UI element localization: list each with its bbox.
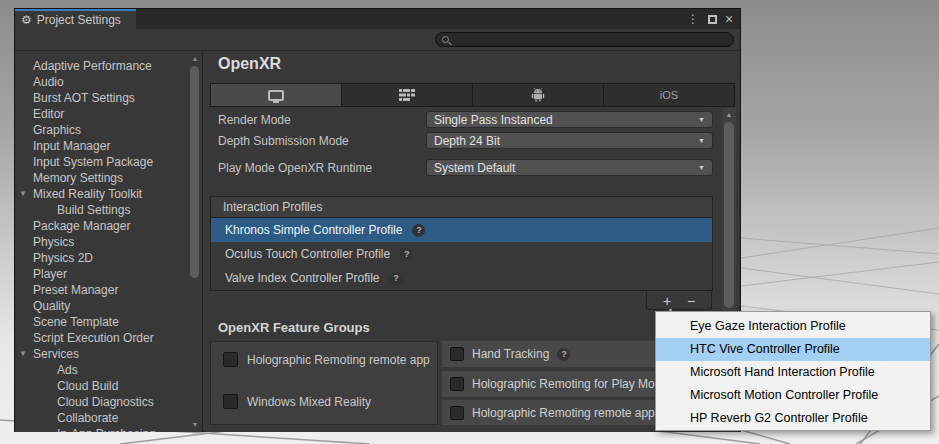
sidebar-item-quality[interactable]: Quality — [15, 298, 188, 314]
menu-item-eye-gaze[interactable]: Eye Gaze Interaction Profile — [656, 315, 930, 338]
help-icon[interactable]: ? — [557, 348, 570, 361]
tab-uwp[interactable] — [342, 84, 473, 106]
menu-item-microsoft-hand[interactable]: Microsoft Hand Interaction Profile — [656, 361, 930, 384]
interaction-profiles-list: Interaction Profiles Khronos Simple Cont… — [210, 196, 713, 291]
page-title: OpenXR — [218, 55, 281, 73]
scroll-up-icon[interactable]: ▲ — [722, 109, 736, 121]
profile-row-oculus-touch[interactable]: Oculus Touch Controller Profile ? — [211, 242, 712, 266]
sidebar-item-cloud-diagnostics[interactable]: Cloud Diagnostics — [15, 394, 188, 410]
sidebar-item-collaborate[interactable]: Collaborate — [15, 410, 188, 426]
holographic-remoting-remote-app-2-checkbox[interactable] — [450, 406, 464, 420]
sidebar-item-script-execution-order[interactable]: Script Execution Order — [15, 330, 188, 346]
maximize-button[interactable] — [704, 9, 720, 29]
kebab-menu-icon: ⋮ — [687, 12, 699, 26]
main-scrollbar-thumb[interactable] — [724, 122, 734, 308]
sidebar-item-build-settings[interactable]: Build Settings — [15, 202, 188, 218]
sidebar-item-audio[interactable]: Audio — [15, 74, 188, 90]
project-settings-window: ⚙ Project Settings ⋮ × Adaptive Performa… — [14, 8, 741, 432]
windows-mixed-reality-checkbox[interactable] — [223, 394, 238, 409]
help-icon[interactable]: ? — [400, 248, 413, 261]
platform-tab-bar: iOS — [210, 83, 735, 107]
window-title: Project Settings — [37, 13, 121, 27]
render-mode-dropdown[interactable]: Single Pass Instanced ▼ — [426, 111, 713, 128]
feature-label: Hand Tracking — [472, 347, 549, 361]
menu-item-hp-reverb-g2[interactable]: HP Reverb G2 Controller Profile — [656, 407, 930, 430]
panel-divider — [202, 51, 203, 432]
profile-row-khronos-simple[interactable]: Khronos Simple Controller Profile ? — [211, 218, 712, 242]
profile-label: Khronos Simple Controller Profile — [225, 223, 402, 237]
search-input[interactable] — [453, 34, 723, 46]
sidebar-item-graphics[interactable]: Graphics — [15, 122, 188, 138]
uwp-tiles-icon — [399, 89, 415, 101]
play-mode-runtime-dropdown[interactable]: System Default ▼ — [426, 159, 713, 176]
tab-standalone[interactable] — [211, 84, 342, 106]
search-box[interactable] — [435, 32, 734, 47]
sidebar-scrollbar-thumb[interactable] — [190, 66, 199, 278]
sidebar-item-services[interactable]: ▼ Services — [15, 346, 188, 362]
foldout-icon[interactable]: ▼ — [19, 186, 27, 202]
hand-tracking-checkbox[interactable] — [450, 347, 464, 361]
help-icon[interactable]: ? — [412, 224, 425, 237]
chevron-down-icon: ▼ — [698, 137, 705, 144]
sidebar-item-cloud-build[interactable]: Cloud Build — [15, 378, 188, 394]
sidebar-item-preset-manager[interactable]: Preset Manager — [15, 282, 188, 298]
sidebar-item-player[interactable]: Player — [15, 266, 188, 282]
holographic-remoting-remote-app-checkbox[interactable] — [223, 352, 238, 367]
feature-windows-mixed-reality: Windows Mixed Reality — [211, 394, 437, 409]
close-icon: × — [725, 11, 733, 27]
close-button[interactable]: × — [721, 9, 737, 29]
sidebar-item-scene-template[interactable]: Scene Template — [15, 314, 188, 330]
feature-label: Holographic Remoting remote app — [472, 406, 655, 420]
feature-label: Holographic Remoting for Play Mo — [472, 377, 655, 391]
toolbar — [15, 29, 740, 51]
tab-ios-label: iOS — [660, 89, 678, 101]
sidebar-item-ads[interactable]: Ads — [15, 362, 188, 378]
sidebar-item-in-app-purchasing[interactable]: In-App Purchasing — [15, 426, 188, 432]
tab-android[interactable] — [473, 84, 604, 106]
remove-profile-button[interactable]: − — [687, 294, 695, 308]
sidebar-item-physics[interactable]: Physics — [15, 234, 188, 250]
sidebar-scrollbar[interactable]: ▲ ▼ — [188, 52, 202, 432]
scroll-up-icon[interactable]: ▲ — [188, 53, 202, 65]
feature-groups-heading: OpenXR Feature Groups — [218, 320, 370, 335]
title-bar: ⚙ Project Settings ⋮ × — [15, 9, 740, 29]
depth-submission-mode-label: Depth Submission Mode — [218, 134, 349, 148]
tab-ios[interactable]: iOS — [604, 84, 734, 106]
list-footer-buttons: +▼ − — [646, 291, 712, 310]
profile-label: Oculus Touch Controller Profile — [225, 247, 390, 261]
settings-category-list: Adaptive Performance Audio Burst AOT Set… — [15, 52, 188, 432]
sidebar-item-adaptive-performance[interactable]: Adaptive Performance — [15, 58, 188, 74]
sidebar-item-package-manager[interactable]: Package Manager — [15, 218, 188, 234]
profile-row-valve-index[interactable]: Valve Index Controller Profile ? — [211, 266, 712, 290]
sidebar-item-mixed-reality-toolkit[interactable]: ▼ Mixed Reality Toolkit — [15, 186, 188, 202]
menu-item-microsoft-motion[interactable]: Microsoft Motion Controller Profile — [656, 384, 930, 407]
gear-icon: ⚙ — [21, 14, 32, 26]
depth-submission-mode-dropdown[interactable]: Depth 24 Bit ▼ — [426, 132, 713, 149]
help-icon[interactable]: ? — [390, 272, 403, 285]
holographic-remoting-play-mode-checkbox[interactable] — [450, 377, 464, 391]
render-mode-value: Single Pass Instanced — [434, 113, 698, 127]
window-menu-button[interactable]: ⋮ — [686, 9, 700, 29]
sidebar-item-label: Services — [33, 347, 79, 361]
add-profile-context-menu: Eye Gaze Interaction Profile HTC Vive Co… — [655, 311, 931, 431]
render-mode-label: Render Mode — [218, 113, 291, 127]
add-profile-button[interactable]: +▼ — [663, 294, 671, 308]
chevron-down-icon: ▼ — [698, 164, 705, 171]
interaction-profiles-header: Interaction Profiles — [211, 197, 712, 218]
sidebar-item-physics-2d[interactable]: Physics 2D — [15, 250, 188, 266]
feature-label: Windows Mixed Reality — [247, 395, 371, 409]
android-robot-icon — [531, 88, 545, 102]
depth-submission-mode-value: Depth 24 Bit — [434, 134, 698, 148]
sidebar-item-burst-aot-settings[interactable]: Burst AOT Settings — [15, 90, 188, 106]
sidebar-item-input-manager[interactable]: Input Manager — [15, 138, 188, 154]
project-settings-tab[interactable]: ⚙ Project Settings — [15, 9, 136, 29]
play-mode-runtime-value: System Default — [434, 161, 698, 175]
scroll-down-icon[interactable]: ▼ — [188, 419, 202, 431]
foldout-icon[interactable]: ▼ — [19, 346, 27, 362]
maximize-icon — [708, 15, 717, 24]
play-mode-runtime-label: Play Mode OpenXR Runtime — [218, 161, 372, 175]
sidebar-item-input-system-package[interactable]: Input System Package — [15, 154, 188, 170]
sidebar-item-editor[interactable]: Editor — [15, 106, 188, 122]
sidebar-item-memory-settings[interactable]: Memory Settings — [15, 170, 188, 186]
menu-item-htc-vive[interactable]: HTC Vive Controller Profile — [656, 338, 930, 361]
